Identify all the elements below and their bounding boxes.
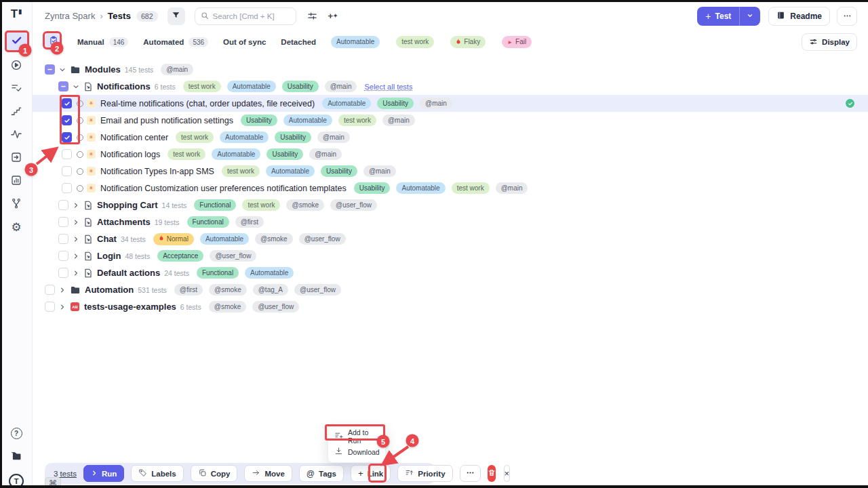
pill-functional[interactable]: Functional: [197, 267, 239, 279]
menu-item-download[interactable]: Download: [328, 444, 385, 460]
pill-@main[interactable]: @main: [496, 182, 528, 194]
row-checkbox[interactable]: [58, 217, 68, 227]
readme-button[interactable]: Readme: [768, 7, 830, 26]
pill-test-work[interactable]: test work: [176, 131, 214, 143]
pill-automatable[interactable]: Automatable: [200, 233, 249, 245]
row-checkbox[interactable]: [45, 285, 55, 295]
row-checkbox[interactable]: [58, 234, 68, 244]
filter-button[interactable]: [167, 7, 185, 25]
pill-automatable[interactable]: Automatable: [396, 182, 445, 194]
pill-@user_flow[interactable]: @user_flow: [330, 199, 377, 211]
chevron-down-icon[interactable]: [58, 66, 67, 73]
sidebar-item-branches[interactable]: [5, 195, 27, 214]
sidebar-item-reports[interactable]: [5, 172, 27, 190]
delete-button[interactable]: [488, 465, 496, 482]
chevron-right-icon[interactable]: [58, 304, 67, 310]
sidebar-item-settings[interactable]: ⚙: [5, 218, 27, 237]
breadcrumb-project[interactable]: Zyntra Spark: [45, 11, 95, 21]
suite-row[interactable]: Notifications6 teststest workAutomatable…: [33, 78, 868, 95]
pill-test-work[interactable]: test work: [242, 199, 280, 211]
pill-@smoke[interactable]: @smoke: [286, 199, 324, 211]
pill-automatable[interactable]: Automatable: [283, 115, 332, 126]
sidebar-item-projects[interactable]: [5, 448, 27, 466]
pill-functional[interactable]: Functional: [187, 216, 229, 228]
display-button[interactable]: Display: [802, 33, 857, 51]
pill-test-work[interactable]: test work: [167, 148, 205, 160]
labels-button[interactable]: Labels: [131, 465, 183, 482]
pill-test-work[interactable]: test work: [183, 81, 221, 92]
filter-pill-test-work[interactable]: test work: [396, 36, 434, 48]
search-box[interactable]: [195, 7, 296, 25]
row-checkbox[interactable]: [58, 81, 68, 92]
pill-@smoke[interactable]: @smoke: [209, 284, 247, 296]
sidebar-item-help[interactable]: ?: [5, 424, 27, 443]
more-actions-button[interactable]: [460, 465, 481, 482]
row-checkbox[interactable]: [62, 166, 72, 176]
copy-button[interactable]: Copy: [191, 465, 238, 482]
pill-@user_flow[interactable]: @user_flow: [294, 284, 341, 296]
pill-@main[interactable]: @main: [382, 115, 415, 126]
row-checkbox[interactable]: [58, 251, 68, 261]
app-logo[interactable]: T▮: [0, 5, 33, 23]
folder-row[interactable]: Modules145 tests@main: [33, 61, 868, 78]
new-test-button-main[interactable]: +Test: [697, 7, 739, 26]
pill-@main[interactable]: @main: [363, 165, 396, 177]
row-checkbox[interactable]: [45, 302, 55, 312]
chevron-right-icon[interactable]: [71, 270, 81, 277]
pill-@first[interactable]: @first: [235, 216, 264, 228]
pill-usability[interactable]: Usability: [275, 131, 311, 143]
pill-automatable[interactable]: Automatable: [220, 131, 269, 143]
new-test-dropdown[interactable]: [740, 7, 760, 26]
pill-@smoke[interactable]: @smoke: [255, 233, 293, 245]
pill-@main[interactable]: @main: [161, 64, 193, 75]
pill-automatable[interactable]: Automatable: [212, 148, 260, 160]
suite-row[interactable]: Attachments19 testsFunctional@first: [33, 214, 868, 230]
filter-tab-automated[interactable]: Automated536: [143, 37, 208, 47]
sidebar-item-plans[interactable]: [5, 80, 27, 98]
test-row[interactable]: ✳Notification centertest workAutomatable…: [33, 129, 868, 146]
test-row[interactable]: ✳Notification logstest workAutomatableUs…: [33, 146, 868, 163]
chevron-right-icon[interactable]: [71, 202, 81, 209]
suite-row[interactable]: Shopping Cart14 testsFunctionaltest work…: [33, 197, 868, 214]
pill-acceptance[interactable]: Acceptance: [157, 250, 203, 262]
sidebar-item-pulse[interactable]: [5, 126, 27, 144]
suite-row[interactable]: Default actions24 testsFunctionalAutomat…: [33, 264, 868, 281]
view-settings-icon[interactable]: [307, 11, 317, 21]
row-checkbox[interactable]: [58, 268, 68, 278]
pill-test-work[interactable]: test work: [222, 165, 260, 177]
pill-automatable[interactable]: Automatable: [245, 267, 294, 279]
test-row[interactable]: ✳Notification Types In-app SMStest workA…: [33, 163, 868, 180]
sidebar-item-milestones[interactable]: [5, 103, 27, 121]
pill-@tag_a[interactable]: @tag_A: [253, 284, 288, 296]
chevron-right-icon[interactable]: [71, 253, 81, 260]
test-row[interactable]: ✳Notification Customization user prefere…: [33, 180, 868, 197]
suite-row[interactable]: ABtests-usage-examples6 tests@smoke@user…: [33, 298, 868, 315]
row-checkbox[interactable]: [58, 200, 68, 210]
filter-tab-detached[interactable]: Detached: [281, 38, 316, 46]
filter-pill-flaky[interactable]: Flaky: [450, 36, 486, 48]
pill-@smoke[interactable]: @smoke: [209, 301, 247, 312]
pill-automatable[interactable]: Automatable: [266, 165, 315, 177]
chevron-down-icon[interactable]: [71, 83, 81, 90]
test-row[interactable]: ✳Real-time notifications (chat, order up…: [33, 95, 868, 112]
test-row[interactable]: ✳Email and push notification settingsUsa…: [33, 112, 868, 129]
pill-@user_flow[interactable]: @user_flow: [210, 250, 256, 262]
pill-@main[interactable]: @main: [309, 148, 342, 160]
pill-test-work[interactable]: test work: [452, 182, 490, 194]
select-all-tests-link[interactable]: Select all tests: [364, 83, 412, 91]
folder-row[interactable]: Automation531 tests@first@smoke@tag_A@us…: [33, 281, 868, 298]
priority-circle-icon[interactable]: [77, 185, 83, 192]
search-input[interactable]: [213, 12, 288, 20]
pill-@first[interactable]: @first: [174, 284, 203, 296]
chevron-right-icon[interactable]: [71, 219, 81, 226]
row-checkbox[interactable]: [62, 183, 72, 193]
priority-button[interactable]: Priority: [397, 465, 452, 482]
filter-tab-manual[interactable]: Manual146: [77, 37, 128, 47]
suite-row[interactable]: Login48 testsAcceptance@user_flow: [33, 247, 868, 264]
pill-automatable[interactable]: Automatable: [227, 81, 276, 92]
row-checkbox[interactable]: [62, 149, 72, 159]
pill-functional[interactable]: Functional: [194, 199, 236, 211]
filter-pill-automatable[interactable]: Automatable: [331, 36, 380, 48]
pill-@user_flow[interactable]: @user_flow: [252, 301, 299, 312]
close-selection-button[interactable]: ×: [504, 465, 511, 482]
